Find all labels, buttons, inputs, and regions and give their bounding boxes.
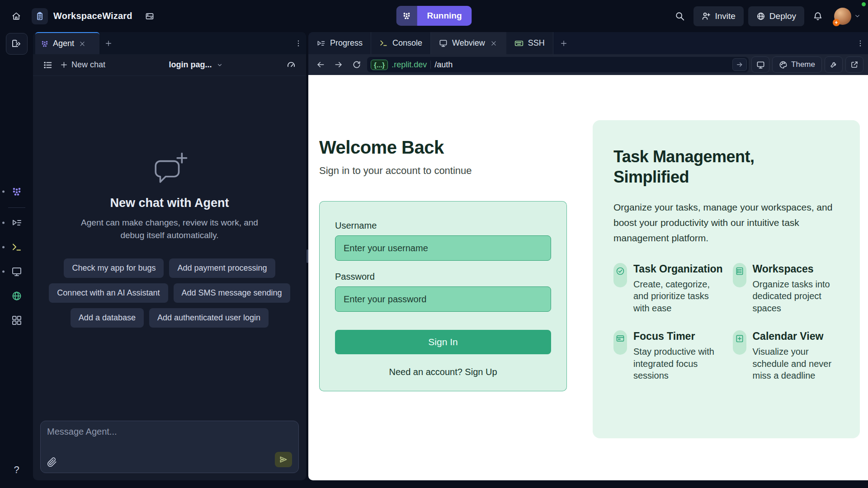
sign-in-button[interactable]: Sign In [335, 330, 551, 354]
monitor-icon [756, 61, 765, 69]
message-input[interactable] [47, 427, 292, 437]
active-indicator-dot [2, 246, 5, 249]
feature-description: Stay productive with integrated focus se… [633, 346, 725, 381]
feature-badge [613, 330, 627, 355]
search-icon [675, 11, 685, 21]
account-menu[interactable]: + [834, 8, 861, 25]
rail-agent-button[interactable] [7, 182, 27, 201]
tab-console[interactable]: Console [371, 32, 431, 54]
run-status-control[interactable]: Running [396, 6, 472, 26]
rail-progress-button[interactable] [7, 213, 27, 232]
tab-ssh[interactable]: SSH [506, 32, 553, 54]
arrow-left-icon [316, 60, 325, 69]
tab-agent[interactable]: Agent [35, 32, 99, 54]
workspace-main: ? Agent [0, 32, 868, 488]
theme-label: Theme [791, 60, 815, 69]
password-input[interactable] [335, 286, 551, 312]
suggestion-chip[interactable]: Check my app for bugs [64, 258, 164, 278]
help-button[interactable]: ? [14, 464, 19, 476]
external-link-icon [850, 61, 859, 69]
progress-icon [316, 39, 326, 48]
feature-description: Create, categorize, and prioritize tasks… [633, 278, 725, 314]
tab-webview[interactable]: Webview [431, 32, 506, 54]
invite-button[interactable]: Invite [693, 6, 743, 26]
chat-selector-dropdown[interactable]: login pag... [169, 60, 223, 70]
search-button[interactable] [671, 7, 689, 25]
url-domain: .replit.dev [392, 60, 427, 70]
rail-divider [8, 207, 25, 208]
replit-agent-icon [11, 186, 22, 197]
active-indicator-dot [2, 271, 5, 273]
rail-all-tools-button[interactable] [7, 311, 27, 330]
feature-task-organization: Task Organization Create, categorize, an… [613, 263, 725, 314]
panel-options-button[interactable] [856, 32, 864, 54]
active-indicator-dot [2, 191, 5, 193]
chat-list-icon [43, 60, 53, 70]
list-panel-icon [735, 267, 744, 276]
tab-progress[interactable]: Progress [308, 32, 371, 54]
go-button[interactable] [732, 58, 747, 71]
back-button[interactable] [313, 57, 328, 72]
url-bar[interactable]: {...} .replit.dev /auth [367, 57, 749, 72]
notifications-button[interactable] [809, 7, 827, 25]
new-tab-button[interactable] [99, 32, 118, 54]
suggestion-chip[interactable]: Add SMS message sending [174, 283, 290, 303]
empty-state-title: New chat with Agent [110, 196, 229, 210]
keyboard-icon [514, 39, 524, 48]
close-icon [79, 41, 85, 47]
wrench-icon [830, 61, 838, 69]
replit-agent-icon [41, 40, 49, 48]
file-tree-toggle-button[interactable] [6, 33, 28, 55]
open-external-button[interactable] [845, 56, 863, 73]
invite-label: Invite [715, 11, 735, 21]
home-button[interactable] [7, 7, 25, 25]
rail-webview-button[interactable] [7, 262, 27, 281]
terminal-icon [379, 39, 388, 47]
webview-content: Welcome Back Sign in to your account to … [308, 75, 868, 480]
attach-file-button[interactable] [47, 457, 57, 467]
promo-card: Task Management, Simplified Organize you… [593, 120, 860, 438]
close-tab-button[interactable] [490, 39, 498, 47]
refresh-button[interactable] [349, 57, 364, 72]
chat-history-button[interactable] [39, 57, 57, 73]
workspace-panel: Progress Console Webview SSH [308, 32, 868, 480]
screen-indicator-dot [862, 2, 866, 6]
feature-workspaces: Workspaces Organize tasks into dedicated… [733, 263, 844, 314]
new-chat-button[interactable]: New chat [57, 57, 109, 72]
settings-wrench-button[interactable] [825, 56, 843, 73]
login-heading: Welcome Back [319, 137, 567, 158]
grid-icon [11, 315, 22, 326]
close-tab-button[interactable] [78, 40, 86, 48]
deploy-label: Deploy [769, 11, 796, 21]
usage-gauge-button[interactable] [283, 57, 300, 73]
sign-up-link[interactable]: Need an account? Sign Up [335, 367, 551, 377]
panel-options-button[interactable] [294, 32, 302, 54]
agent-panel: Agent New chat login pag... [33, 32, 306, 480]
theme-button[interactable]: Theme [772, 56, 822, 73]
forward-button[interactable] [331, 57, 346, 72]
arrow-right-icon [334, 60, 343, 69]
tab-ssh-label: SSH [528, 38, 545, 48]
username-input[interactable] [335, 235, 551, 261]
rail-shell-button[interactable] [7, 238, 27, 257]
palette-icon [779, 61, 788, 69]
new-chat-bubble-icon [151, 152, 188, 184]
suggestion-chip[interactable]: Add payment processing [169, 258, 275, 278]
rail-deployments-button[interactable] [7, 286, 27, 305]
tab-webview-label: Webview [452, 38, 485, 48]
calendar-plus-icon [735, 334, 744, 343]
feature-badge [733, 330, 746, 355]
url-separator [430, 61, 431, 69]
layout-toggle-button[interactable] [141, 7, 159, 25]
monitor-icon [439, 39, 448, 47]
panel-resize-handle[interactable] [307, 249, 308, 263]
new-tab-button[interactable] [553, 32, 574, 54]
progress-icon [11, 217, 22, 228]
devtools-button[interactable] [751, 56, 769, 73]
suggestion-chip[interactable]: Add authenticated user login [149, 308, 269, 328]
promo-title: Task Management, Simplified [613, 146, 844, 187]
deploy-button[interactable]: Deploy [748, 6, 804, 26]
suggestion-chip[interactable]: Add a database [71, 308, 144, 328]
send-message-button[interactable] [275, 452, 292, 467]
suggestion-chip[interactable]: Connect with an AI Assistant [49, 283, 168, 303]
